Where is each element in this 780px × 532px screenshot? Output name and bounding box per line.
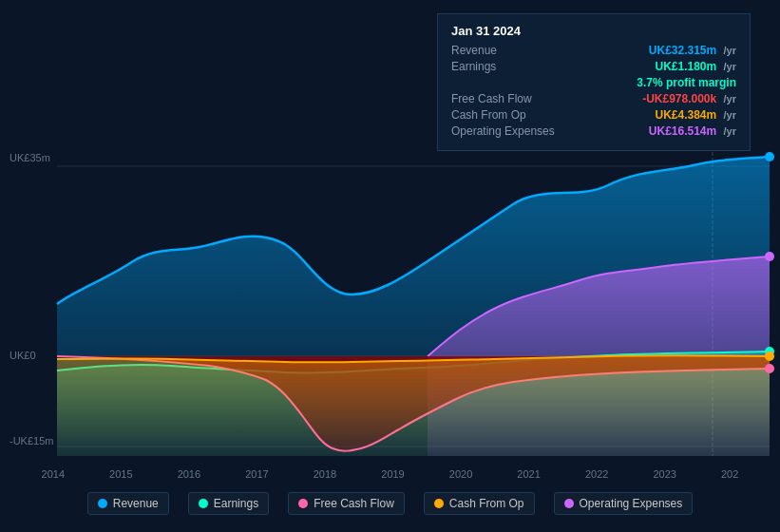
- x-label-2023: 2023: [653, 468, 675, 480]
- tooltip-label-fcf: Free Cash Flow: [451, 92, 565, 105]
- legend-label-earnings: Earnings: [214, 497, 258, 510]
- legend-dot-opex: [564, 499, 574, 508]
- tooltip-label-earnings: Earnings: [451, 60, 565, 73]
- legend-item-revenue[interactable]: Revenue: [87, 492, 169, 515]
- x-label-2024: 202: [721, 468, 738, 480]
- tooltip-row-cashfromop: Cash From Op UK£4.384m /yr: [451, 108, 736, 122]
- x-label-2016: 2016: [178, 468, 200, 480]
- tooltip-panel: Jan 31 2024 Revenue UK£32.315m /yr Earni…: [437, 13, 751, 151]
- legend-label-revenue: Revenue: [113, 497, 159, 510]
- x-label-2019: 2019: [381, 468, 404, 480]
- legend-item-earnings[interactable]: Earnings: [188, 492, 269, 515]
- tooltip-value-earnings: UK£1.180m /yr: [655, 60, 736, 73]
- legend-item-fcf[interactable]: Free Cash Flow: [288, 492, 405, 515]
- tooltip-label-opex: Operating Expenses: [451, 124, 565, 138]
- x-label-2017: 2017: [245, 468, 268, 480]
- svg-point-4: [765, 152, 774, 162]
- tooltip-value-margin: 3.7% profit margin: [637, 76, 736, 89]
- tooltip-date: Jan 31 2024: [451, 24, 736, 38]
- legend-label-opex: Operating Expenses: [580, 497, 683, 510]
- x-label-2018: 2018: [314, 468, 336, 480]
- x-label-2014: 2014: [42, 468, 65, 480]
- x-label-2021: 2021: [517, 468, 540, 480]
- legend: Revenue Earnings Free Cash Flow Cash Fro…: [0, 484, 780, 522]
- legend-label-fcf: Free Cash Flow: [314, 497, 394, 510]
- tooltip-label-revenue: Revenue: [451, 44, 565, 57]
- tooltip-row-fcf: Free Cash Flow -UK£978.000k /yr: [451, 92, 736, 105]
- tooltip-value-cashfromop: UK£4.384m /yr: [655, 108, 736, 122]
- svg-point-7: [765, 364, 774, 373]
- legend-dot-fcf: [298, 499, 308, 508]
- svg-point-8: [765, 352, 774, 361]
- legend-dot-cashfromop: [434, 499, 444, 508]
- legend-dot-revenue: [98, 499, 107, 508]
- legend-item-cashfromop[interactable]: Cash From Op: [424, 492, 535, 515]
- x-label-2020: 2020: [449, 468, 472, 480]
- tooltip-label-cashfromop: Cash From Op: [451, 108, 565, 122]
- legend-dot-earnings: [199, 499, 208, 508]
- tooltip-row-margin: 3.7% profit margin: [451, 76, 736, 89]
- tooltip-value-revenue: UK£32.315m /yr: [649, 44, 736, 57]
- tooltip-value-fcf: -UK£978.000k /yr: [642, 92, 736, 105]
- x-axis: 2014 2015 2016 2017 2018 2019 2020 2021 …: [0, 468, 780, 480]
- tooltip-value-opex: UK£16.514m /yr: [649, 124, 736, 138]
- legend-item-opex[interactable]: Operating Expenses: [554, 492, 694, 515]
- legend-label-cashfromop: Cash From Op: [449, 497, 524, 510]
- tooltip-row-earnings: Earnings UK£1.180m /yr: [451, 60, 736, 73]
- tooltip-row-revenue: Revenue UK£32.315m /yr: [451, 44, 736, 57]
- x-label-2015: 2015: [109, 468, 132, 480]
- x-label-2022: 2022: [585, 468, 608, 480]
- tooltip-row-opex: Operating Expenses UK£16.514m /yr: [451, 124, 736, 138]
- svg-point-5: [765, 252, 774, 261]
